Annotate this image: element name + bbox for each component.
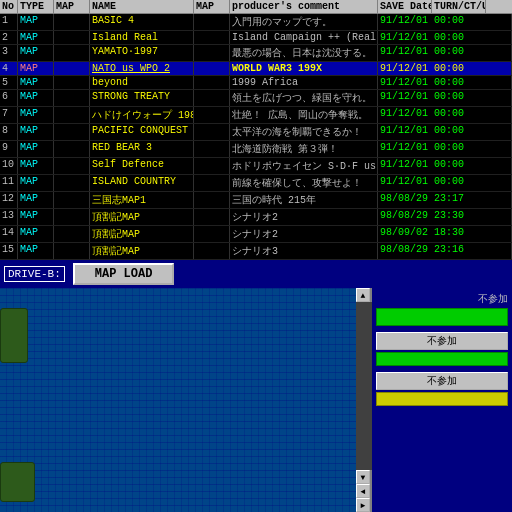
cell-map2 — [194, 243, 230, 259]
cell-comment: 入門用のマップです。 — [230, 14, 378, 30]
cell-type: MAP — [18, 90, 54, 106]
map-load-button[interactable]: MAP LOAD — [73, 263, 175, 285]
cell-comment: WORLD WAR3 199X — [230, 62, 378, 75]
cell-type: MAP — [18, 192, 54, 208]
cell-datetime: 91/12/01 00:00 — [378, 45, 512, 61]
cell-datetime: 98/08/29 23:16 — [378, 243, 512, 259]
cell-comment: シナリオ3 — [230, 243, 378, 259]
cell-comment: 太平洋の海を制覇できるか！ — [230, 124, 378, 140]
cell-map — [54, 76, 90, 89]
col-header-turn: TURN/CT/UNT — [432, 0, 486, 13]
cell-comment: 北海道防衛戦 第３弾！ — [230, 141, 378, 157]
lower-area: ▲ ▼ ◄ ► 不参加 不参加 不参加 — [0, 288, 512, 512]
cell-map2 — [194, 226, 230, 242]
cell-name: PACIFIC CONQUEST — [90, 124, 194, 140]
cell-name: ハドけイウォープ 1989 — [90, 107, 194, 123]
cell-type: MAP — [18, 158, 54, 174]
right-section-2: 不参加 — [376, 332, 508, 366]
right-label-1: 不参加 — [376, 292, 508, 306]
cell-map — [54, 45, 90, 61]
cell-comment: Island Campaign ++ (Real) — [230, 31, 378, 44]
scroll-up-btn[interactable]: ▲ — [356, 288, 370, 302]
cell-comment: 1999 Africa — [230, 76, 378, 89]
right-panel: 不参加 不参加 不参加 — [372, 288, 512, 512]
yellow-btn-3[interactable] — [376, 392, 508, 406]
col-header-comment: producer's comment — [230, 0, 378, 13]
cell-no: 7 — [0, 107, 18, 123]
green-btn-2[interactable] — [376, 352, 508, 366]
cell-map — [54, 192, 90, 208]
cell-comment: 三国の時代 215年 — [230, 192, 378, 208]
table-row[interactable]: 11 MAP ISLAND COUNTRY 前線を確保して、攻撃せよ！ 91/1… — [0, 175, 512, 192]
cell-type: MAP — [18, 45, 54, 61]
cell-name: NATO us WPO 2 — [90, 62, 194, 75]
table-row[interactable]: 13 MAP 頂割記MAP シナリオ2 98/08/29 23:30 — [0, 209, 512, 226]
cell-datetime: 91/12/01 00:00 — [378, 141, 512, 157]
table-header: No TYPE MAP NAME MAP producer's comment … — [0, 0, 512, 14]
green-btn-1[interactable] — [376, 308, 508, 326]
right-section-1: 不参加 — [376, 292, 508, 326]
cell-name: BASIC 4 — [90, 14, 194, 30]
cell-map — [54, 90, 90, 106]
cell-datetime: 91/12/01 00:00 — [378, 14, 512, 30]
cell-map — [54, 62, 90, 75]
cell-no: 5 — [0, 76, 18, 89]
scroll-bar: ▲ ▼ ◄ ► — [356, 288, 372, 512]
cell-map — [54, 141, 90, 157]
cell-map2 — [194, 45, 230, 61]
cell-type: MAP — [18, 243, 54, 259]
cell-comment: ホドリポウェイセン S·D·F us U·S·S·R — [230, 158, 378, 174]
right-section-3: 不参加 — [376, 372, 508, 406]
table-row[interactable]: 10 MAP Self Defence ホドリポウェイセン S·D·F us U… — [0, 158, 512, 175]
cell-name: RED BEAR 3 — [90, 141, 194, 157]
cell-map2 — [194, 209, 230, 225]
cell-type: MAP — [18, 141, 54, 157]
cell-datetime: 98/08/29 23:30 — [378, 209, 512, 225]
cell-datetime: 98/09/02 18:30 — [378, 226, 512, 242]
table-row[interactable]: 7 MAP ハドけイウォープ 1989 壮絶！ 広島、岡山の争奪戦。 91/12… — [0, 107, 512, 124]
cell-type: MAP — [18, 14, 54, 30]
cell-map2 — [194, 141, 230, 157]
table-row[interactable]: 15 MAP 頂割記MAP シナリオ3 98/08/29 23:16 — [0, 243, 512, 260]
cell-map2 — [194, 175, 230, 191]
cell-name: STRONG TREATY — [90, 90, 194, 106]
cell-comment: シナリオ2 — [230, 209, 378, 225]
cell-type: MAP — [18, 31, 54, 44]
table-row[interactable]: 9 MAP RED BEAR 3 北海道防衛戦 第３弾！ 91/12/01 00… — [0, 141, 512, 158]
scroll-right-btn[interactable]: ► — [356, 498, 370, 512]
right-action-btn-3[interactable]: 不参加 — [376, 372, 508, 390]
scroll-down-btn[interactable]: ▼ — [356, 470, 370, 484]
table-row[interactable]: 2 MAP Island Real Island Campaign ++ (Re… — [0, 31, 512, 45]
cell-map2 — [194, 192, 230, 208]
cell-no: 15 — [0, 243, 18, 259]
table-row[interactable]: 8 MAP PACIFIC CONQUEST 太平洋の海を制覇できるか！ 91/… — [0, 124, 512, 141]
cell-map2 — [194, 90, 230, 106]
drive-label: DRIVE-B: — [4, 266, 65, 282]
cell-datetime: 91/12/01 00:00 — [378, 124, 512, 140]
cell-no: 1 — [0, 14, 18, 30]
cell-name: 頂割記MAP — [90, 226, 194, 242]
table-row[interactable]: 3 MAP YAMATO·1997 最悪の場合、日本は沈没する。 91/12/0… — [0, 45, 512, 62]
cell-datetime: 98/08/29 23:17 — [378, 192, 512, 208]
cell-map2 — [194, 124, 230, 140]
table-row[interactable]: 12 MAP 三国志MAP1 三国の時代 215年 98/08/29 23:17 — [0, 192, 512, 209]
cell-comment: 領土を広げつつ、緑国を守れ。 — [230, 90, 378, 106]
table-area: 1 MAP BASIC 4 入門用のマップです。 91/12/01 00:00 … — [0, 14, 512, 260]
cell-name: beyond — [90, 76, 194, 89]
cell-comment: シナリオ2 — [230, 226, 378, 242]
col-header-map1: MAP — [54, 0, 90, 13]
cell-map — [54, 226, 90, 242]
table-row[interactable]: 5 MAP beyond 1999 Africa 91/12/01 00:00 — [0, 76, 512, 90]
toolbar: DRIVE-B: MAP LOAD — [0, 260, 512, 288]
table-row[interactable]: 6 MAP STRONG TREATY 領土を広げつつ、緑国を守れ。 91/12… — [0, 90, 512, 107]
col-header-no: No — [0, 0, 18, 13]
cell-no: 9 — [0, 141, 18, 157]
table-row[interactable]: 1 MAP BASIC 4 入門用のマップです。 91/12/01 00:00 — [0, 14, 512, 31]
cell-name: Island Real — [90, 31, 194, 44]
right-action-btn-2[interactable]: 不参加 — [376, 332, 508, 350]
table-row[interactable]: 4 MAP NATO us WPO 2 WORLD WAR3 199X 91/1… — [0, 62, 512, 76]
cell-type: MAP — [18, 107, 54, 123]
scroll-left-btn[interactable]: ◄ — [356, 484, 370, 498]
table-row[interactable]: 14 MAP 頂割記MAP シナリオ2 98/09/02 18:30 — [0, 226, 512, 243]
cell-name: 頂割記MAP — [90, 243, 194, 259]
